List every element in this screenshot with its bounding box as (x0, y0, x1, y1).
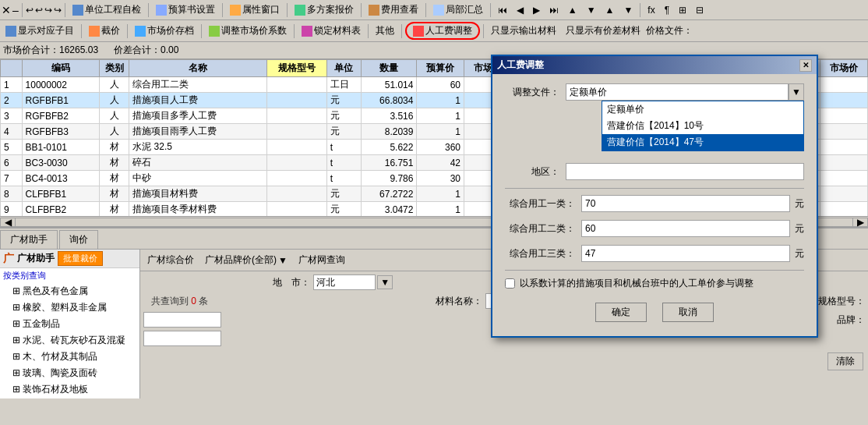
modal-titlebar: 人工费调整 ✕ (492, 56, 817, 74)
adjust-file-dropdown-button[interactable]: ▼ (789, 83, 804, 101)
modal-close-button[interactable]: ✕ (799, 59, 812, 72)
labor3-input[interactable] (581, 245, 790, 262)
modal-divider (505, 188, 804, 189)
labor2-input[interactable] (581, 220, 790, 237)
modal-title: 人工费调整 (497, 58, 544, 72)
labor3-label: 综合用工三类： (505, 247, 575, 260)
adjust-file-label: 调整文件： (505, 86, 559, 99)
labor1-unit: 元 (795, 197, 804, 211)
checkbox-row: 以系数计算的措施项目和机械台班中的人工单价参与调整 (505, 277, 804, 290)
labor2-label: 综合用工二类： (505, 222, 575, 236)
adjust-file-dropdown-wrap: ▼ 定额单价 营建价信【2014】10号 营建价信【2014】47号 (789, 83, 804, 101)
modal-footer: 确定 取消 (505, 298, 804, 327)
labor2-unit: 元 (795, 222, 804, 236)
adjust-file-dropdown-list: 定额单价 营建价信【2014】10号 营建价信【2014】47号 (602, 101, 804, 151)
checkbox-coefficient[interactable] (505, 278, 515, 289)
modal-overlay: 人工费调整 ✕ ➜ 调整文件： ▼ 定额单价 营建价信【2014】10号 (0, 0, 868, 398)
adjust-file-row: 调整文件： ▼ 定额单价 营建价信【2014】10号 营建价信【2014】47号 (505, 83, 804, 101)
labor1-row: 综合用工一类： 元 (505, 195, 804, 212)
dropdown-option-2[interactable]: 营建价信【2014】10号 (602, 118, 803, 134)
labor3-unit: 元 (795, 247, 804, 260)
modal-region-label: 地区： (505, 165, 559, 179)
dropdown-option-1[interactable]: 定额单价 (602, 101, 803, 118)
labor2-row: 综合用工二类： 元 (505, 220, 804, 237)
confirm-button[interactable]: 确定 (595, 303, 647, 322)
cancel-button[interactable]: 取消 (662, 303, 714, 322)
modal-region-input[interactable] (566, 163, 804, 180)
checkbox-label: 以系数计算的措施项目和机械台班中的人工单价参与调整 (520, 277, 753, 290)
labor1-input[interactable] (581, 195, 790, 212)
modal-body: ➜ 调整文件： ▼ 定额单价 营建价信【2014】10号 营建价信【2014】4… (492, 74, 817, 336)
modal-divider2 (505, 270, 804, 271)
labor1-label: 综合用工一类： (505, 197, 575, 211)
labor3-row: 综合用工三类： 元 (505, 245, 804, 262)
adjust-file-input[interactable] (566, 83, 789, 101)
labor-adjust-dialog: 人工费调整 ✕ ➜ 调整文件： ▼ 定额单价 营建价信【2014】10号 (491, 55, 818, 338)
adjust-file-wrap: ▼ 定额单价 营建价信【2014】10号 营建价信【2014】47号 (566, 83, 804, 101)
dropdown-option-3[interactable]: 营建价信【2014】47号 (602, 134, 803, 151)
region-row: 地区： (505, 163, 804, 180)
